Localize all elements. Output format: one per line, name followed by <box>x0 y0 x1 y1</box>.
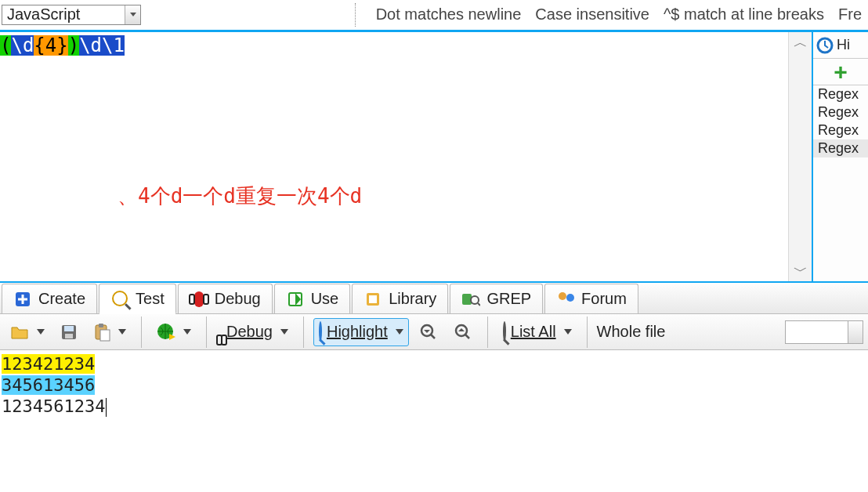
plus-icon: + <box>834 59 848 85</box>
history-icon <box>816 37 834 54</box>
separator-icon <box>487 317 488 348</box>
test-line-2: 345613456 <box>2 374 866 396</box>
tab-label: Test <box>136 290 165 308</box>
tab-grep[interactable]: GREP <box>450 284 543 313</box>
history-item[interactable]: Regex <box>813 103 868 121</box>
editor-annotation: 、4个d一个d重复一次4个d <box>118 183 362 210</box>
find-previous-button[interactable] <box>414 318 443 346</box>
tab-label: Debug <box>215 290 261 308</box>
tab-create[interactable]: Create <box>2 284 97 313</box>
regex-option-toggles: Dot matches newline Case insensitive ^$ … <box>355 3 866 27</box>
test-data-area[interactable]: 123421234 345613456 1234561234 <box>0 350 868 420</box>
highlight-button[interactable]: Highlight <box>313 318 409 346</box>
history-panel: Hi + Regex Regex Regex Regex <box>812 32 868 281</box>
search-icon <box>110 289 129 308</box>
history-add-button[interactable]: + <box>813 59 868 85</box>
match-highlight: 345613456 <box>2 375 95 395</box>
create-icon <box>13 290 32 309</box>
scope-label: Whole file <box>597 323 666 341</box>
clipboard-icon <box>93 323 110 342</box>
tab-use[interactable]: Use <box>274 284 351 313</box>
regex-group-close: ) <box>68 35 79 56</box>
tab-label: GREP <box>486 290 531 308</box>
svg-rect-14 <box>100 330 110 341</box>
bottom-tabstrip: Create Test Debug Use Library GREP Forum <box>0 283 868 314</box>
tab-library[interactable]: Library <box>352 284 448 313</box>
svg-rect-13 <box>99 324 103 327</box>
history-panel-title: Hi <box>837 37 850 53</box>
tab-label: Create <box>38 290 85 308</box>
history-item[interactable]: Regex <box>813 121 868 139</box>
regex-group-quant: {4} <box>34 35 67 56</box>
use-icon <box>286 290 305 309</box>
zoom-out-icon <box>419 323 438 342</box>
regex-editor[interactable]: ( \d {4} ) \d \1 、4个d一个d重复一次4个d <box>0 32 788 281</box>
paste-button[interactable] <box>88 318 132 346</box>
zoom-in-icon <box>454 323 472 342</box>
tab-label: Library <box>389 290 436 308</box>
separator-icon <box>141 317 142 348</box>
regex-options-bar: JavaScript Dot matches newline Case inse… <box>0 0 868 30</box>
regex-backref: \1 <box>102 35 125 56</box>
scroll-down-icon[interactable]: ﹀ <box>789 261 812 281</box>
highlight-label: Highlight <box>327 323 388 341</box>
regex-group-open: ( <box>0 35 11 56</box>
search-icon <box>503 323 506 341</box>
save-file-button[interactable] <box>55 318 83 346</box>
history-item[interactable]: Regex <box>813 139 868 157</box>
svg-rect-4 <box>369 295 377 303</box>
run-button[interactable] <box>151 318 197 346</box>
tab-test[interactable]: Test <box>99 284 176 313</box>
folder-icon <box>10 324 29 341</box>
svg-point-7 <box>559 292 566 300</box>
svg-point-6 <box>471 296 479 304</box>
match-highlight: 123421234 <box>2 354 95 374</box>
separator-icon <box>206 317 207 348</box>
scroll-up-icon[interactable]: ︿ <box>789 32 812 52</box>
tab-forum[interactable]: Forum <box>544 284 638 313</box>
tab-debug[interactable]: Debug <box>178 284 273 313</box>
option-dot-matches-newline[interactable]: Dot matches newline <box>376 5 522 24</box>
find-next-button[interactable] <box>448 318 478 346</box>
option-anchors-line-breaks[interactable]: ^$ match at line breaks <box>664 5 824 24</box>
history-item[interactable]: Regex <box>813 85 868 103</box>
globe-run-icon <box>157 323 175 342</box>
main-split: ( \d {4} ) \d \1 、4个d一个d重复一次4个d ︿ ﹀ Hi +… <box>0 32 868 281</box>
regex-editor-scrollbar[interactable]: ︿ ﹀ <box>788 32 812 281</box>
list-all-button[interactable]: List All <box>497 318 577 346</box>
test-line-1: 123421234 <box>2 353 866 374</box>
separator-icon <box>587 317 588 348</box>
svg-point-8 <box>566 294 574 302</box>
debug-label: Debug <box>226 323 273 341</box>
option-case-insensitive[interactable]: Case insensitive <box>535 5 649 24</box>
history-panel-header: Hi <box>813 32 868 59</box>
list-all-label: List All <box>511 323 556 341</box>
regex-expression: ( \d {4} ) \d \1 <box>0 35 125 56</box>
regex-group-token: \d <box>11 35 34 56</box>
search-icon <box>319 323 322 341</box>
text-caret <box>106 398 107 417</box>
tab-label: Use <box>311 290 339 308</box>
test-line-3: 1234561234 <box>2 396 866 417</box>
floppy-disk-icon <box>60 324 78 341</box>
chevron-down-icon <box>125 5 140 24</box>
tab-label: Forum <box>581 290 627 308</box>
separator-icon <box>303 317 304 348</box>
grep-icon <box>461 290 480 309</box>
regex-tail-token: \d <box>79 35 102 56</box>
svg-rect-10 <box>64 326 74 331</box>
library-icon <box>363 290 382 309</box>
open-file-button[interactable] <box>5 318 50 346</box>
forum-icon <box>556 290 575 309</box>
scope-dropdown[interactable] <box>785 320 863 344</box>
debug-button[interactable]: Debug <box>216 318 294 346</box>
separator-icon <box>355 3 356 27</box>
history-list: Regex Regex Regex Regex <box>813 85 868 281</box>
flavor-selected: JavaScript <box>7 5 80 24</box>
test-toolbar: Debug Highlight List All Whole file <box>0 314 868 350</box>
svg-rect-11 <box>65 334 73 338</box>
option-free-spacing[interactable]: Fre <box>838 5 862 24</box>
bug-icon <box>190 290 208 309</box>
flavor-dropdown[interactable]: JavaScript <box>2 5 141 25</box>
